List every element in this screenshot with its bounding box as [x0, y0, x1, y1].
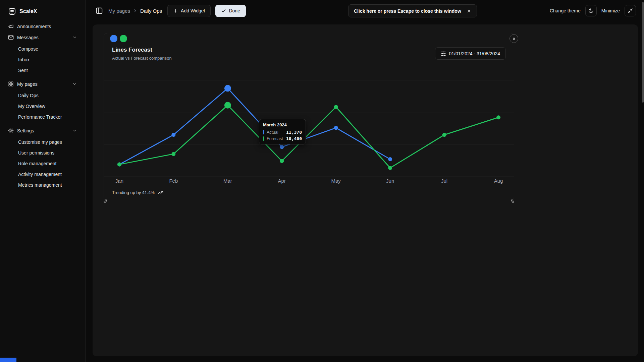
dashboard-panel: Lines Forecast Actual vs Forecast compar… [93, 24, 638, 356]
close-window-banner[interactable]: Click here or press Escape to close this… [348, 4, 477, 17]
sidebar-item-daily-ops[interactable]: Daily Ops [12, 90, 80, 101]
sidebar-item-my-overview[interactable]: My Overview [12, 101, 80, 112]
check-icon [221, 8, 226, 13]
widget-subtitle: Actual vs Forecast comparison [112, 56, 172, 61]
actual-series-pill [263, 130, 264, 134]
sidebar-item-label: Settings [17, 128, 34, 133]
minimize-button[interactable] [625, 5, 636, 16]
svg-text:Jul: Jul [441, 178, 447, 184]
breadcrumb-parent[interactable]: My pages [108, 8, 130, 14]
app-logo-icon [8, 7, 16, 15]
minimize-icon [628, 8, 633, 13]
chevron-down-icon [72, 35, 77, 40]
change-theme-label: Change theme [550, 8, 581, 13]
widget-footer: Trending up by 41.4% [104, 185, 514, 201]
sidebar-item-my-pages[interactable]: My pages [5, 78, 80, 89]
tooltip-row: Actual 11,370 [263, 130, 302, 135]
forecast-series-pill [263, 136, 264, 141]
mail-icon [8, 35, 14, 40]
done-label: Done [229, 8, 240, 13]
tooltip-value: 10,400 [286, 136, 302, 141]
svg-text:Apr: Apr [278, 178, 286, 184]
sidebar-item-customise-my-pages[interactable]: Customise my pages [12, 137, 80, 147]
widget-header: Lines Forecast Actual vs Forecast compar… [104, 33, 514, 61]
messages-subgroup: Compose Inbox Sent [12, 44, 80, 76]
tooltip-label: Actual [267, 130, 278, 135]
widget-color-swatches [110, 35, 127, 42]
close-window-banner-text: Click here or press Escape to close this… [354, 8, 461, 14]
trending-up-icon [158, 190, 163, 195]
chevron-down-icon [72, 128, 77, 133]
done-button[interactable]: Done [215, 5, 246, 17]
close-icon [512, 37, 516, 41]
chart-tooltip: March 2024 Actual 11,370 Forecast 10,400 [259, 119, 306, 144]
widget-title-block: Lines Forecast Actual vs Forecast compar… [112, 47, 172, 61]
sidebar-item-compose[interactable]: Compose [12, 44, 80, 54]
sidebar-item-user-permissions[interactable]: User permissions [12, 147, 80, 158]
sidebar-item-label: My pages [17, 81, 38, 87]
sidebar-item-role-management[interactable]: Role management [12, 158, 80, 169]
topbar: My pages Daily Ops Add Widget Done C [86, 0, 644, 21]
chevron-down-icon [72, 81, 77, 86]
resize-handle-bottom-left[interactable] [102, 198, 108, 204]
minimize-label: Minimize [601, 8, 620, 13]
svg-text:May: May [331, 178, 341, 184]
widget-lines-forecast: Lines Forecast Actual vs Forecast compar… [104, 33, 514, 201]
tooltip-value: 11,370 [286, 130, 302, 135]
sidebar-item-metrics-management[interactable]: Metrics management [12, 180, 80, 190]
sidebar-item-label: Messages [17, 35, 39, 40]
date-range-label: 01/01/2024 - 31/08/2024 [449, 51, 500, 56]
app-logo: ScaleX [5, 7, 80, 21]
sidebar-item-settings[interactable]: Settings [5, 125, 80, 136]
swatch-green[interactable] [120, 35, 127, 42]
svg-text:Aug: Aug [494, 178, 503, 184]
main-area: My pages Daily Ops Add Widget Done C [86, 0, 644, 362]
gear-icon [8, 128, 14, 133]
sidebar-item-inbox[interactable]: Inbox [12, 54, 80, 65]
widget-title: Lines Forecast [112, 47, 172, 53]
svg-text:Jun: Jun [386, 178, 394, 184]
sidebar-item-performance-tracker[interactable]: Performance Tracker [12, 112, 80, 122]
sidebar-toggle-icon[interactable] [96, 7, 103, 14]
tooltip-row: Forecast 10,400 [263, 136, 302, 141]
resize-handle-bottom-right[interactable] [509, 198, 516, 204]
sidebar: ScaleX Announcements Messages Compose [0, 0, 86, 362]
chart-area: JanFebMarAprMayJunJulAug March 2024 Actu… [104, 65, 514, 185]
line-chart[interactable]: JanFebMarAprMayJunJulAug [104, 65, 514, 185]
megaphone-icon [8, 23, 14, 29]
add-widget-label: Add Widget [181, 8, 205, 13]
content-area: Lines Forecast Actual vs Forecast compar… [86, 21, 644, 362]
sidebar-item-sent[interactable]: Sent [12, 65, 80, 76]
plus-icon [173, 8, 178, 13]
app-root: ScaleX Announcements Messages Compose [0, 0, 644, 362]
scrollbar-thumb[interactable] [642, 2, 644, 103]
sidebar-nav: Announcements Messages Compose Inbox Sen… [5, 21, 80, 190]
app-title: ScaleX [19, 8, 37, 14]
tooltip-title: March 2024 [263, 122, 302, 127]
sidebar-item-label: Announcements [17, 24, 51, 29]
grid-icon [8, 81, 14, 87]
topbar-right-controls: Change theme Minimize [550, 5, 636, 16]
add-widget-button[interactable]: Add Widget [167, 5, 211, 17]
chevron-right-icon [133, 8, 138, 13]
sidebar-item-messages[interactable]: Messages [5, 32, 80, 43]
settings-subgroup: Customise my pages User permissions Role… [12, 137, 80, 190]
breadcrumb-current[interactable]: Daily Ops [140, 8, 162, 14]
sidebar-item-announcements[interactable]: Announcements [5, 21, 80, 32]
close-icon[interactable] [467, 9, 471, 13]
swatch-blue[interactable] [110, 35, 117, 42]
date-range-button[interactable]: 01/01/2024 - 31/08/2024 [435, 47, 506, 60]
widget-close-button[interactable] [509, 34, 518, 43]
my-pages-subgroup: Daily Ops My Overview Performance Tracke… [12, 90, 80, 122]
svg-text:Mar: Mar [223, 178, 232, 184]
bottom-left-accent [0, 358, 16, 362]
sliders-icon [441, 51, 446, 56]
trending-text: Trending up by 41.4% [112, 190, 155, 195]
sidebar-item-activity-management[interactable]: Activity management [12, 169, 80, 180]
tooltip-label: Forecast [267, 136, 283, 141]
svg-text:Jan: Jan [115, 178, 123, 184]
breadcrumb: My pages Daily Ops [108, 8, 162, 14]
moon-icon [588, 8, 594, 13]
theme-toggle-button[interactable] [585, 5, 597, 16]
svg-text:Feb: Feb [169, 178, 178, 184]
